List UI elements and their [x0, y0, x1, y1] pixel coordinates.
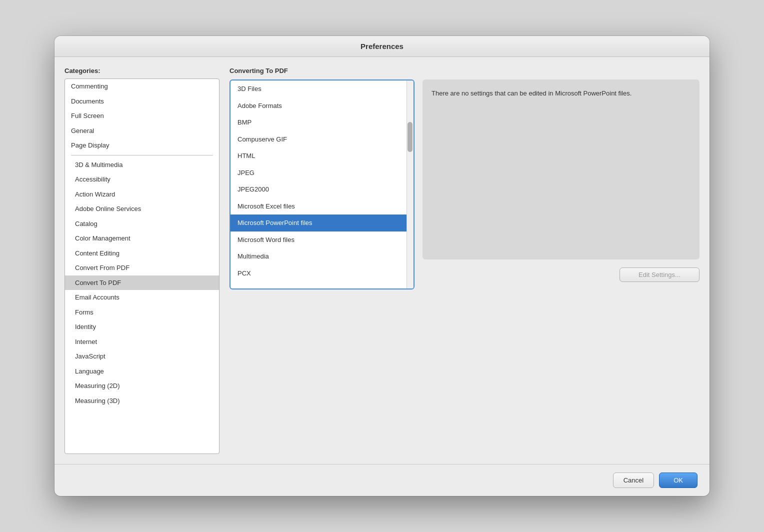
sidebar-item-commenting[interactable]: Commenting [65, 79, 219, 94]
pdf-list-scrollbar[interactable] [406, 80, 414, 288]
info-box: There are no settings that can be edited… [422, 80, 700, 260]
pdf-list[interactable]: 3D Files Adobe Formats BMP Compuserve GI… [230, 80, 414, 288]
sidebar-item-full-screen[interactable]: Full Screen [65, 108, 219, 124]
dialog-title: Preferences [360, 42, 404, 50]
sidebar-item-general[interactable]: General [65, 124, 219, 138]
left-panel: Categories: Commenting Documents Full Sc… [64, 67, 220, 454]
sidebar-item-page-display[interactable]: Page Display [65, 138, 219, 153]
info-panel: There are no settings that can be edited… [422, 80, 700, 282]
section-label: Converting To PDF [230, 67, 700, 74]
sidebar-item-javascript[interactable]: JavaScript [65, 349, 219, 364]
pdf-item-3d-files[interactable]: 3D Files [230, 80, 414, 98]
sidebar-item-convert-from-pdf[interactable]: Convert From PDF [65, 260, 219, 276]
cancel-button[interactable]: Cancel [613, 472, 654, 488]
sidebar-item-language[interactable]: Language [65, 364, 219, 379]
categories-label: Categories: [64, 67, 220, 74]
pdf-item-ms-powerpoint[interactable]: Microsoft PowerPoint files [230, 214, 414, 232]
dialog-body: Categories: Commenting Documents Full Sc… [54, 57, 710, 464]
sidebar-item-convert-to-pdf[interactable]: Convert To PDF [65, 276, 219, 290]
ok-button[interactable]: OK [659, 472, 698, 488]
right-panel: Converting To PDF 3D Files Adobe Formats… [230, 67, 700, 454]
sidebar-item-color-management[interactable]: Color Management [65, 231, 219, 246]
sidebar-item-internet[interactable]: Internet [65, 334, 219, 350]
sidebar-item-measuring-2d[interactable]: Measuring (2D) [65, 378, 219, 394]
categories-list[interactable]: Commenting Documents Full Screen General… [64, 78, 220, 454]
sidebar-item-adobe-online[interactable]: Adobe Online Services [65, 202, 219, 216]
pdf-item-bmp[interactable]: BMP [230, 114, 414, 131]
dialog-footer: Cancel OK [54, 464, 710, 496]
sidebar-item-documents[interactable]: Documents [65, 94, 219, 109]
sidebar-item-accessibility[interactable]: Accessibility [65, 172, 219, 187]
sidebar-item-identity[interactable]: Identity [65, 320, 219, 334]
dialog-titlebar: Preferences [54, 36, 710, 57]
sidebar-item-email-accounts[interactable]: Email Accounts [65, 290, 219, 305]
pdf-item-multimedia[interactable]: Multimedia [230, 248, 414, 265]
pdf-scrollbar-thumb[interactable] [408, 122, 412, 152]
sidebar-item-action-wizard[interactable]: Action Wizard [65, 187, 219, 202]
sidebar-item-forms[interactable]: Forms [65, 305, 219, 320]
pdf-item-pcx[interactable]: PCX [230, 265, 414, 282]
sidebar-item-measuring-3d[interactable]: Measuring (3D) [65, 394, 219, 408]
pdf-item-adobe-formats[interactable]: Adobe Formats [230, 98, 414, 114]
pdf-item-ms-excel[interactable]: Microsoft Excel files [230, 198, 414, 215]
content-area: 3D Files Adobe Formats BMP Compuserve GI… [230, 80, 700, 454]
pdf-item-jpeg2000[interactable]: JPEG2000 [230, 181, 414, 198]
pdf-item-jpeg[interactable]: JPEG [230, 164, 414, 182]
sidebar-item-3d-multimedia[interactable]: 3D & Multimedia [65, 158, 219, 172]
pdf-list-container[interactable]: 3D Files Adobe Formats BMP Compuserve GI… [230, 80, 414, 290]
divider [71, 155, 213, 156]
pdf-item-ms-word[interactable]: Microsoft Word files [230, 232, 414, 248]
pdf-item-html[interactable]: HTML [230, 148, 414, 164]
preferences-dialog: Preferences Categories: Commenting Docum… [54, 36, 710, 496]
sidebar-item-content-editing[interactable]: Content Editing [65, 246, 219, 261]
info-text: There are no settings that can be edited… [432, 90, 632, 97]
pdf-item-compuserve-gif[interactable]: Compuserve GIF [230, 131, 414, 148]
sidebar-item-catalog[interactable]: Catalog [65, 216, 219, 232]
edit-settings-button[interactable]: Edit Settings... [620, 268, 700, 282]
